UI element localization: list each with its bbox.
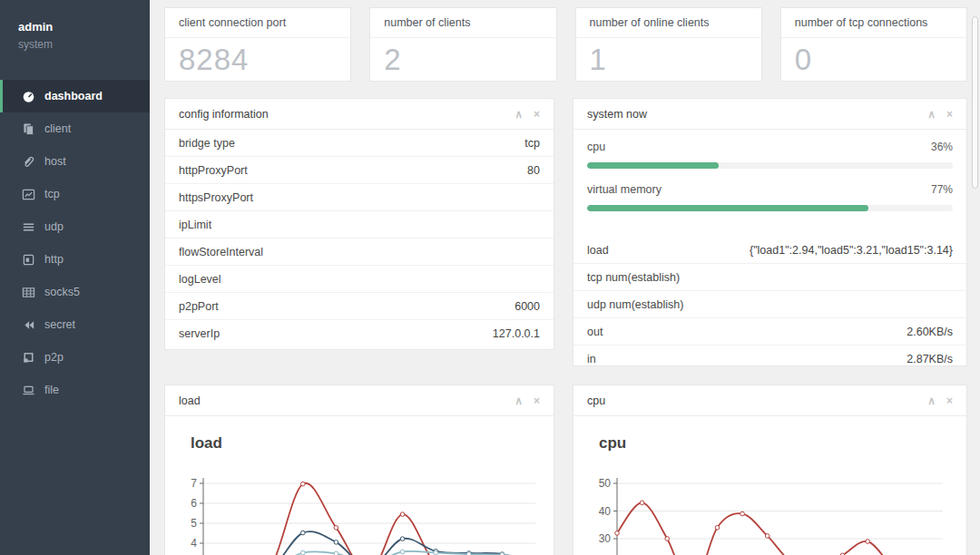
stat-value: 0: [781, 38, 966, 77]
sidebar-item-p2p[interactable]: p2p: [0, 341, 150, 374]
row-label: bridge type: [179, 137, 235, 150]
sidebar-item-label: http: [44, 253, 64, 266]
sidebar-item-http[interactable]: http: [0, 243, 150, 276]
cpu-chart-panel: cpu ∧ × cpu 20304050: [573, 385, 967, 555]
row-value: 80: [527, 164, 540, 177]
svg-text:6: 6: [191, 497, 197, 510]
stat-card-number-of-clients: number of clients 2: [369, 7, 556, 82]
progress-track: [587, 205, 953, 211]
row-value: 127.0.0.1: [493, 327, 540, 340]
sidebar-item-label: p2p: [44, 351, 64, 364]
svg-text:4: 4: [191, 537, 197, 550]
row-label: in: [587, 353, 596, 365]
config-row-p2pPort: p2pPort6000: [165, 293, 554, 320]
collapse-icon[interactable]: ∧: [927, 108, 936, 121]
scrollbar-thumb[interactable]: [972, 16, 978, 189]
close-icon[interactable]: ×: [534, 108, 540, 121]
progress-track: [587, 162, 953, 169]
row-label: load: [587, 244, 609, 257]
square-icon: [22, 351, 35, 365]
stat-card-number-of-tcp-connections: number of tcp connections 0: [780, 7, 967, 82]
copy-icon: [22, 122, 35, 136]
main-content: client connection port 8284 number of cl…: [150, 0, 980, 555]
row-value: 2.60KB/s: [906, 326, 953, 338]
panel-title: config information: [179, 108, 269, 121]
progress-fill: [587, 162, 719, 169]
cpu-gauge: cpu 36%: [587, 139, 953, 169]
left-column: config information ∧ × bridge typetcp ht…: [164, 98, 554, 555]
system-row-out: out2.60KB/s: [573, 318, 966, 346]
close-icon[interactable]: ×: [946, 108, 953, 121]
sidebar-item-dashboard[interactable]: dashboard: [0, 80, 150, 112]
list-icon: [22, 220, 35, 234]
sidebar-item-label: host: [44, 155, 66, 168]
system-row-load: load{"load1":2.94,"load5":3.21,"load15":…: [573, 237, 966, 264]
system-row-tcp-num: tcp num(establish): [573, 264, 966, 291]
stat-value: 2: [370, 38, 555, 77]
cpu-line-chart: 20304050: [588, 467, 952, 555]
sidebar-nav: dashboard client host tcp: [0, 80, 150, 406]
system-row-in: in2.87KB/s: [573, 346, 966, 373]
chart-title: cpu: [599, 434, 952, 453]
chart-body: cpu 20304050: [573, 416, 966, 555]
panel-tools: ∧ ×: [514, 394, 540, 407]
sidebar-item-file[interactable]: file: [0, 374, 150, 406]
stat-label: number of tcp connections: [781, 8, 966, 38]
row-label: ipLimit: [179, 219, 211, 231]
row-label: logLevel: [179, 273, 221, 286]
svg-text:50: 50: [599, 477, 612, 490]
sidebar-item-udp[interactable]: udp: [0, 210, 150, 243]
panel-title: cpu: [587, 394, 605, 407]
config-row-serverIp: serverIp127.0.0.1: [165, 320, 554, 347]
collapse-icon[interactable]: ∧: [514, 108, 523, 121]
svg-text:40: 40: [599, 505, 612, 518]
gauge-percent: 77%: [931, 183, 953, 196]
close-icon[interactable]: ×: [534, 394, 540, 407]
panel-title: system now: [587, 108, 647, 121]
user-name: admin: [18, 20, 150, 34]
row-label: httpProxyPort: [179, 164, 248, 177]
browser-icon: [22, 253, 35, 267]
sidebar-item-socks5[interactable]: socks5: [0, 276, 150, 308]
gauge-icon: [22, 90, 35, 103]
sidebar-item-label: socks5: [44, 286, 80, 298]
config-information-panel: config information ∧ × bridge typetcp ht…: [164, 98, 554, 350]
sidebar-item-client[interactable]: client: [0, 112, 150, 145]
chart-title: load: [191, 434, 539, 453]
progress-fill: [587, 205, 868, 211]
system-rows: load{"load1":2.94,"load5":3.21,"load15":…: [573, 237, 966, 373]
user-info: admin system: [0, 0, 150, 67]
sidebar-item-host[interactable]: host: [0, 145, 150, 178]
table-icon: [22, 286, 35, 299]
sidebar-item-secret[interactable]: secret: [0, 308, 150, 341]
gauge-percent: 36%: [931, 141, 953, 153]
system-gauges: cpu 36% virtual memory 77%: [573, 130, 966, 237]
config-row-flowStoreInterval: flowStoreInterval: [165, 239, 554, 266]
row-label: p2pPort: [179, 300, 219, 313]
chart-body: load 34567: [165, 416, 554, 555]
sidebar-item-label: file: [44, 384, 59, 396]
panel-header: load ∧ ×: [165, 385, 554, 416]
stat-value: 8284: [165, 38, 350, 77]
config-rows: bridge typetcp httpProxyPort80 httpsProx…: [165, 130, 554, 347]
row-value: 2.87KB/s: [906, 353, 953, 365]
row-value: {"load1":2.94,"load5":3.21,"load15":3.14…: [750, 244, 953, 257]
load-chart-panel: load ∧ × load 34567: [164, 385, 554, 555]
panel-header: cpu ∧ ×: [573, 385, 966, 416]
rewind-icon: [22, 318, 35, 332]
close-icon[interactable]: ×: [946, 394, 953, 407]
system-now-panel: system now ∧ × cpu 36%: [573, 98, 967, 366]
system-row-udp-num: udp num(establish): [573, 291, 966, 318]
collapse-icon[interactable]: ∧: [927, 394, 936, 407]
collapse-icon[interactable]: ∧: [514, 394, 523, 407]
row-label: udp num(establish): [587, 298, 683, 311]
sidebar-item-tcp[interactable]: tcp: [0, 178, 150, 210]
panel-tools: ∧ ×: [514, 108, 540, 121]
config-row-ipLimit: ipLimit: [165, 211, 554, 239]
row-label: tcp num(establish): [587, 271, 680, 284]
stat-label: client connection port: [165, 8, 350, 38]
sidebar-item-label: dashboard: [44, 90, 103, 102]
config-row-httpsProxyPort: httpsProxyPort: [165, 184, 554, 211]
svg-text:7: 7: [191, 477, 197, 490]
stat-cards: client connection port 8284 number of cl…: [164, 7, 967, 82]
